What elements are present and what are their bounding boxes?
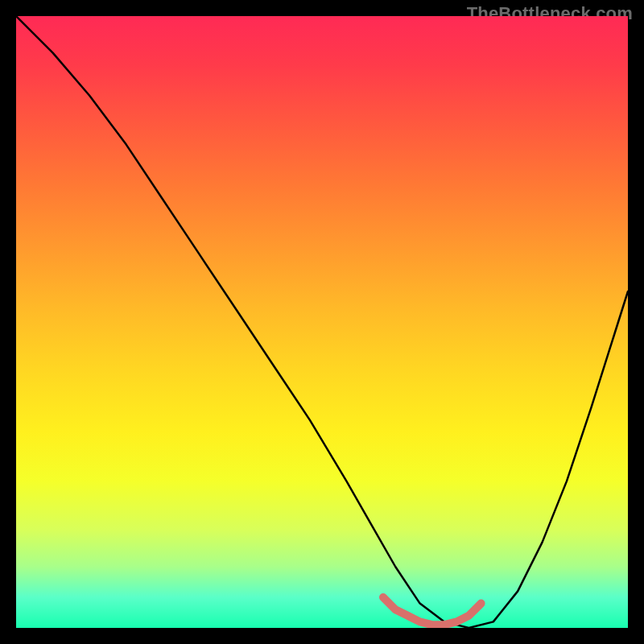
bottleneck-curve (16, 16, 628, 628)
chart-frame: TheBottleneck.com (0, 0, 644, 644)
chart-svg (16, 16, 628, 628)
plot-area (16, 16, 628, 628)
optimal-range-marker (383, 597, 481, 625)
